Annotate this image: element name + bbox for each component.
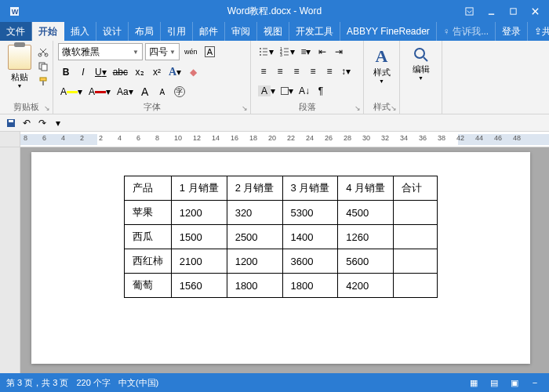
table-cell[interactable]: 3600 xyxy=(282,249,338,274)
maximize-icon[interactable] xyxy=(502,2,524,20)
table-header-cell[interactable]: 产品 xyxy=(124,176,171,201)
clear-format-button[interactable]: ◆ xyxy=(185,64,201,81)
view-print-button[interactable]: ▤ xyxy=(486,376,502,390)
line-spacing-button[interactable]: ↕▾ xyxy=(338,63,354,80)
styles-launcher[interactable]: ↘ xyxy=(391,104,397,112)
status-page[interactable]: 第 3 页，共 3 页 xyxy=(6,377,68,389)
grow-font-button[interactable]: A xyxy=(137,83,153,100)
table-header-cell[interactable]: 1 月销量 xyxy=(171,176,227,201)
table-header-row[interactable]: 产品1 月销量2 月销量3 月销量4 月销量合计 xyxy=(124,176,437,201)
table-cell[interactable]: 2100 xyxy=(171,249,227,274)
shading-button[interactable]: A▾ xyxy=(256,82,278,100)
table-cell[interactable]: 5600 xyxy=(338,249,394,274)
highlight-button[interactable]: A▾ xyxy=(58,83,85,100)
char-border-button[interactable]: A xyxy=(202,43,218,60)
tab-review[interactable]: 审阅 xyxy=(225,22,257,41)
table-row[interactable]: 西瓜1500250014001260 xyxy=(124,225,437,249)
superscript-button[interactable]: x² xyxy=(149,64,165,81)
font-name-combo[interactable]: 微软雅黑▼ xyxy=(58,43,143,60)
tab-developer[interactable]: 开发工具 xyxy=(289,22,340,41)
font-size-combo[interactable]: 四号▼ xyxy=(145,43,180,60)
table-header-cell[interactable]: 合计 xyxy=(394,176,438,201)
show-marks-button[interactable]: ¶ xyxy=(313,82,329,100)
tab-home[interactable]: 开始 xyxy=(32,22,64,41)
zoom-out-button[interactable]: − xyxy=(527,376,543,390)
table-cell[interactable]: 1560 xyxy=(171,274,227,298)
table-cell[interactable] xyxy=(394,274,438,298)
table-cell[interactable]: 西瓜 xyxy=(124,225,171,249)
underline-button[interactable]: U▾ xyxy=(93,64,109,81)
styles-button[interactable]: A 样式 ▼ xyxy=(367,43,397,85)
justify-button[interactable]: ≡ xyxy=(305,63,321,80)
table-cell[interactable]: 苹果 xyxy=(124,201,171,225)
table-cell[interactable]: 葡萄 xyxy=(124,274,171,298)
paste-button[interactable]: 粘贴 ▼ xyxy=(5,43,35,89)
table-cell[interactable] xyxy=(394,249,438,274)
borders-button[interactable]: ▾ xyxy=(278,82,296,100)
phonetic-guide-button[interactable]: wén xyxy=(182,43,200,60)
strike-button[interactable]: abc xyxy=(111,64,130,81)
table-row[interactable]: 苹果120032053004500 xyxy=(124,201,437,225)
para-launcher[interactable]: ↘ xyxy=(354,104,361,112)
clipboard-launcher[interactable]: ↘ xyxy=(44,104,50,112)
table-cell[interactable]: 2500 xyxy=(227,225,282,249)
align-center-button[interactable]: ≡ xyxy=(272,63,288,80)
word-app-icon[interactable]: W xyxy=(3,2,25,20)
ribbon-options-icon[interactable] xyxy=(458,2,480,20)
shrink-font-button[interactable]: A xyxy=(155,83,170,100)
align-right-button[interactable]: ≡ xyxy=(289,63,304,80)
table-header-cell[interactable]: 4 月销量 xyxy=(338,176,394,201)
tab-layout[interactable]: 布局 xyxy=(129,22,161,41)
table-header-cell[interactable]: 2 月销量 xyxy=(227,176,282,201)
numbering-button[interactable]: 123▾ xyxy=(277,43,297,60)
table-row[interactable]: 西红柿2100120036005600 xyxy=(124,249,437,274)
tab-references[interactable]: 引用 xyxy=(161,22,193,41)
table-cell[interactable]: 1500 xyxy=(171,225,227,249)
format-painter-button[interactable] xyxy=(37,75,49,88)
tab-abbyy[interactable]: ABBYY FineReader xyxy=(340,22,437,41)
table-cell[interactable]: 4500 xyxy=(338,201,394,225)
sales-table[interactable]: 产品1 月销量2 月销量3 月销量4 月销量合计苹果12003205300450… xyxy=(124,176,438,298)
table-cell[interactable]: 1200 xyxy=(227,249,282,274)
sort-button[interactable]: A↓ xyxy=(296,82,312,100)
table-cell[interactable]: 5300 xyxy=(282,201,338,225)
tab-file[interactable]: 文件 xyxy=(0,22,32,41)
table-cell[interactable]: 西红柿 xyxy=(124,249,171,274)
status-language[interactable]: 中文(中国) xyxy=(118,377,158,389)
italic-button[interactable]: I xyxy=(75,64,91,81)
page[interactable]: 产品1 月销量2 月销量3 月销量4 月销量合计苹果12003205300450… xyxy=(31,152,530,364)
tell-me[interactable]: ♀ 告诉我... xyxy=(437,22,496,41)
tab-mailings[interactable]: 邮件 xyxy=(193,22,225,41)
multilevel-button[interactable]: ≡▾ xyxy=(298,43,314,60)
align-left-button[interactable]: ≡ xyxy=(256,63,271,80)
editing-button[interactable]: 编辑 ▼ xyxy=(406,43,436,85)
enclose-char-button[interactable]: 字 xyxy=(172,83,187,100)
view-read-button[interactable]: ▦ xyxy=(466,376,482,390)
table-cell[interactable] xyxy=(394,201,438,225)
view-web-button[interactable]: ▣ xyxy=(507,376,522,390)
font-color-button[interactable]: A▾ xyxy=(86,83,113,100)
tab-insert[interactable]: 插入 xyxy=(64,22,96,41)
text-effects-button[interactable]: A▾ xyxy=(166,64,184,81)
subscript-button[interactable]: x₂ xyxy=(132,64,147,81)
change-case-button[interactable]: Aa▾ xyxy=(115,83,136,100)
qat-redo-button[interactable]: ↷ xyxy=(36,117,49,129)
login-button[interactable]: 登录 xyxy=(496,22,528,41)
font-launcher[interactable]: ↘ xyxy=(242,104,248,112)
table-cell[interactable]: 320 xyxy=(227,201,282,225)
table-cell[interactable]: 1800 xyxy=(227,274,282,298)
minimize-icon[interactable] xyxy=(480,2,502,20)
vertical-ruler[interactable] xyxy=(0,147,20,373)
qat-save-button[interactable] xyxy=(5,117,17,129)
table-row[interactable]: 葡萄1560180018004200 xyxy=(124,274,437,298)
status-words[interactable]: 220 个字 xyxy=(76,377,110,389)
distributed-button[interactable]: ≡ xyxy=(322,63,337,80)
increase-indent-button[interactable]: ⇥ xyxy=(331,43,347,60)
table-cell[interactable]: 4200 xyxy=(338,274,394,298)
cut-button[interactable] xyxy=(37,45,49,58)
qat-customize-button[interactable]: ▾ xyxy=(52,117,64,129)
tab-design[interactable]: 设计 xyxy=(96,22,129,41)
tab-view[interactable]: 视图 xyxy=(257,22,289,41)
table-cell[interactable] xyxy=(394,225,438,249)
copy-button[interactable] xyxy=(37,60,49,73)
